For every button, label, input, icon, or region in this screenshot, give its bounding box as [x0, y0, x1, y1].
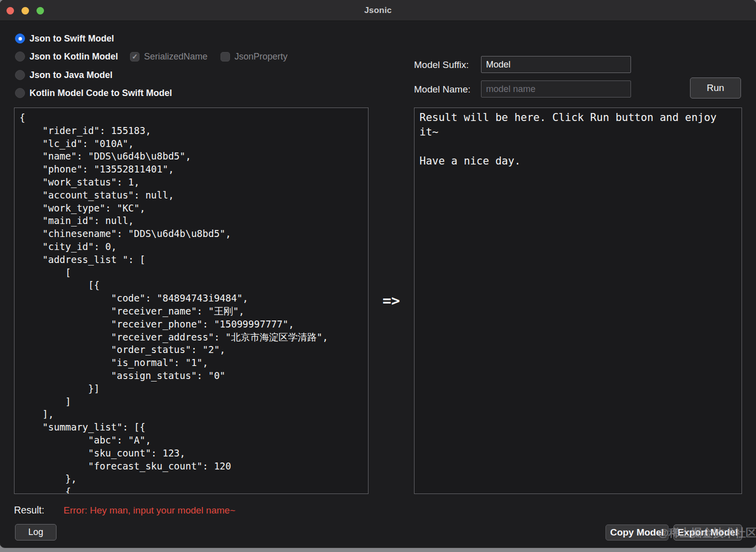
json-input-editor[interactable]: { "rider_id": 155183, "lc_id": "010A", "…	[14, 108, 368, 494]
mode-label: Json to Kotlin Model	[30, 52, 118, 62]
jsonic-window: Jsonic Json to Swift Model Json to Kotli…	[0, 0, 756, 548]
result-output-area[interactable]: Result will be here. Click Run button an…	[414, 108, 742, 494]
radio-kotlin-to-swift[interactable]	[15, 88, 25, 98]
minimize-icon[interactable]	[22, 7, 29, 14]
jsonproperty-checkbox[interactable]	[220, 52, 230, 62]
error-message: Error: Hey man, input your model name~	[64, 505, 236, 516]
mode-row-kotlin[interactable]: Json to Kotlin Model ✓ SerializedName Js…	[15, 51, 288, 62]
mode-row-swift[interactable]: Json to Swift Model	[15, 33, 114, 44]
mode-label: Kotlin Model Code to Swift Model	[30, 88, 172, 98]
radio-json-to-java[interactable]	[15, 70, 25, 80]
copy-model-button[interactable]: Copy Model	[606, 524, 668, 540]
log-button[interactable]: Log	[15, 524, 56, 540]
window-title: Jsonic	[0, 0, 756, 21]
model-suffix-label: Model Suffix:	[414, 60, 468, 70]
export-model-button[interactable]: Export Model	[674, 524, 742, 540]
fullscreen-icon[interactable]	[36, 7, 44, 14]
serializedname-label: SerializedName	[144, 52, 208, 62]
mode-row-java[interactable]: Json to Java Model	[15, 70, 112, 80]
model-name-input[interactable]	[481, 80, 631, 98]
radio-json-to-swift[interactable]	[15, 34, 25, 44]
mode-label: Json to Swift Model	[30, 34, 114, 44]
result-label: Result:	[14, 504, 44, 516]
jsonproperty-label: JsonProperty	[234, 52, 288, 62]
model-suffix-input[interactable]	[481, 56, 631, 73]
close-icon[interactable]	[6, 7, 14, 14]
run-button[interactable]: Run	[690, 78, 741, 98]
title-bar: Jsonic	[0, 0, 756, 21]
check-icon: ✓	[132, 53, 138, 60]
model-name-label: Model Name:	[414, 84, 470, 95]
radio-json-to-kotlin[interactable]	[15, 52, 25, 62]
serializedname-checkbox[interactable]: ✓	[130, 52, 140, 62]
transform-arrow-icon: =>	[368, 292, 414, 309]
mode-label: Json to Java Model	[30, 70, 112, 80]
mode-row-kotlin-to-swift[interactable]: Kotlin Model Code to Swift Model	[15, 88, 172, 98]
